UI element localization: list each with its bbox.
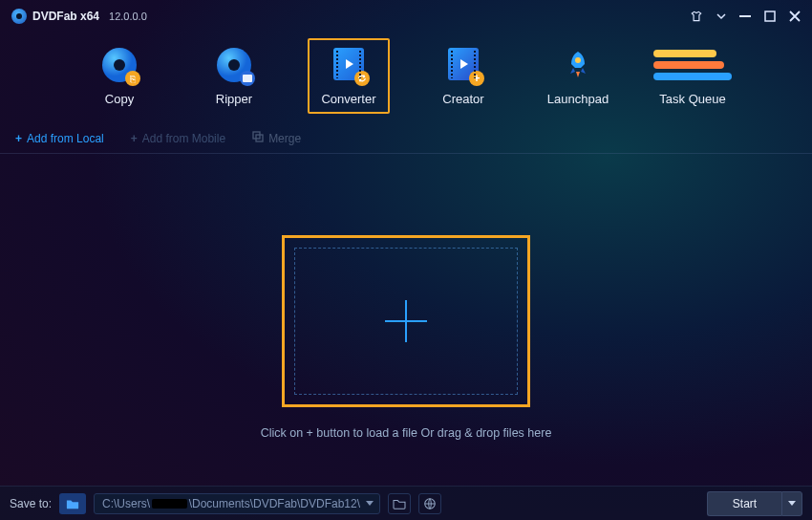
copy-badge-icon: ⎘	[125, 71, 140, 86]
drop-zone[interactable]	[282, 235, 530, 407]
module-converter[interactable]: Converter	[308, 38, 390, 114]
merge-icon	[252, 131, 264, 145]
dropdown-caret-icon[interactable]	[716, 11, 726, 21]
web-output-button[interactable]	[418, 493, 441, 514]
path-suffix: \Documents\DVDFab\DVDFab12\	[189, 497, 360, 510]
action-toolbar: + Add from Local + Add from Mobile Merge	[0, 125, 812, 154]
title-bar: DVDFab x64 12.0.0.0	[0, 0, 812, 27]
module-nav: ⎘ Copy Ripper Converter + Creator Launch…	[0, 31, 812, 125]
action-label: Add from Mobile	[142, 132, 225, 145]
module-label: Copy	[105, 92, 134, 106]
plus-icon: +	[131, 132, 138, 145]
action-label: Add from Local	[27, 132, 104, 145]
rocket-icon	[539, 48, 617, 82]
module-label: Ripper	[216, 92, 252, 106]
filmstrip-icon	[333, 48, 364, 80]
save-to-label: Save to:	[10, 497, 52, 510]
disc-icon: ⎘	[102, 48, 137, 82]
main-area: Click on + button to load a file Or drag…	[0, 154, 812, 520]
folder-icon	[393, 498, 406, 509]
close-button[interactable]	[789, 11, 801, 22]
creator-badge-icon: +	[469, 71, 484, 86]
path-prefix: C:\Users\	[102, 497, 150, 510]
module-label: Task Queue	[659, 92, 725, 106]
app-version: 12.0.0.0	[109, 11, 147, 22]
module-creator[interactable]: + Creator	[422, 38, 504, 114]
svg-rect-0	[739, 15, 751, 17]
path-redacted	[152, 499, 187, 509]
start-button[interactable]: Start	[707, 491, 781, 516]
add-from-mobile-button[interactable]: + Add from Mobile	[131, 132, 225, 145]
browse-folder-button[interactable]	[388, 493, 411, 514]
module-label: Launchpad	[547, 92, 609, 106]
filmstrip-icon: +	[448, 48, 479, 80]
app-logo-icon	[11, 9, 27, 24]
drop-hint-text: Click on + button to load a file Or drag…	[261, 426, 552, 440]
minimize-button[interactable]	[739, 11, 751, 22]
module-label: Creator	[442, 92, 483, 106]
module-ripper[interactable]: Ripper	[193, 38, 275, 114]
folder-icon	[66, 497, 79, 510]
add-plus-icon	[385, 300, 427, 342]
action-label: Merge	[268, 132, 301, 145]
module-task-queue[interactable]: Task Queue	[652, 38, 734, 114]
shirt-icon[interactable]	[690, 10, 703, 23]
plus-icon: +	[15, 132, 22, 145]
ripper-badge-icon	[240, 71, 255, 86]
start-button-group: Start	[707, 491, 802, 516]
module-label: Converter	[321, 92, 375, 106]
module-copy[interactable]: ⎘ Copy	[78, 38, 160, 114]
add-from-local-button[interactable]: + Add from Local	[15, 132, 104, 145]
disc-icon	[217, 48, 251, 82]
bottom-bar: Save to: C:\Users\ \Documents\DVDFab\DVD…	[0, 486, 812, 520]
globe-icon	[423, 497, 437, 510]
svg-rect-2	[243, 75, 252, 82]
svg-rect-1	[765, 11, 775, 21]
chevron-down-icon	[366, 501, 374, 506]
queue-icon	[653, 48, 732, 82]
converter-badge-icon	[354, 71, 370, 86]
merge-button[interactable]: Merge	[252, 131, 301, 145]
maximize-button[interactable]	[764, 11, 776, 22]
app-name: DVDFab x64	[32, 10, 99, 23]
chevron-down-icon	[788, 501, 796, 506]
start-label: Start	[733, 497, 757, 510]
module-launchpad[interactable]: Launchpad	[537, 38, 619, 114]
save-path-dropdown[interactable]: C:\Users\ \Documents\DVDFab\DVDFab12\	[94, 493, 380, 514]
svg-point-3	[575, 57, 581, 63]
save-folder-button[interactable]	[59, 493, 86, 514]
start-dropdown-button[interactable]	[781, 491, 802, 516]
